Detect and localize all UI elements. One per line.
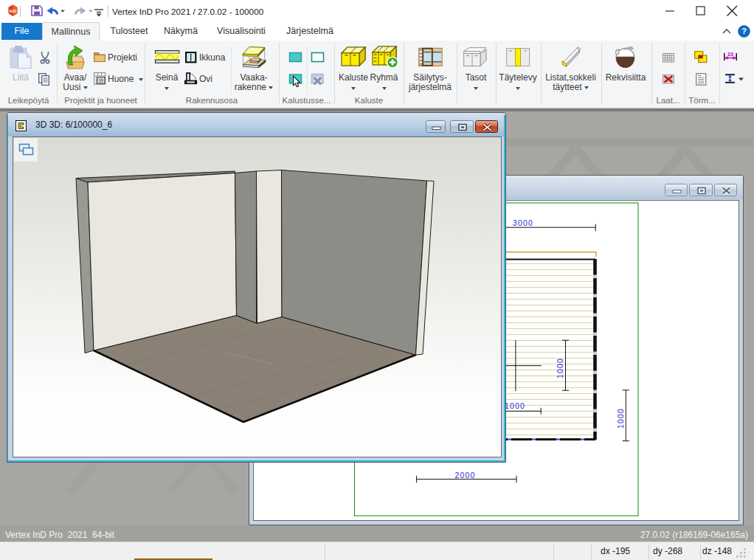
svg-text:1000: 1000 <box>616 408 625 429</box>
svg-text:1000: 1000 <box>505 401 525 410</box>
svg-text:2000: 2000 <box>454 471 475 480</box>
svg-text:InD: InD <box>10 9 16 13</box>
svg-text:3000: 3000 <box>513 218 533 227</box>
svg-text:10: 10 <box>727 51 733 58</box>
svg-text:?: ? <box>741 27 747 35</box>
svg-text:1000: 1000 <box>556 358 564 378</box>
